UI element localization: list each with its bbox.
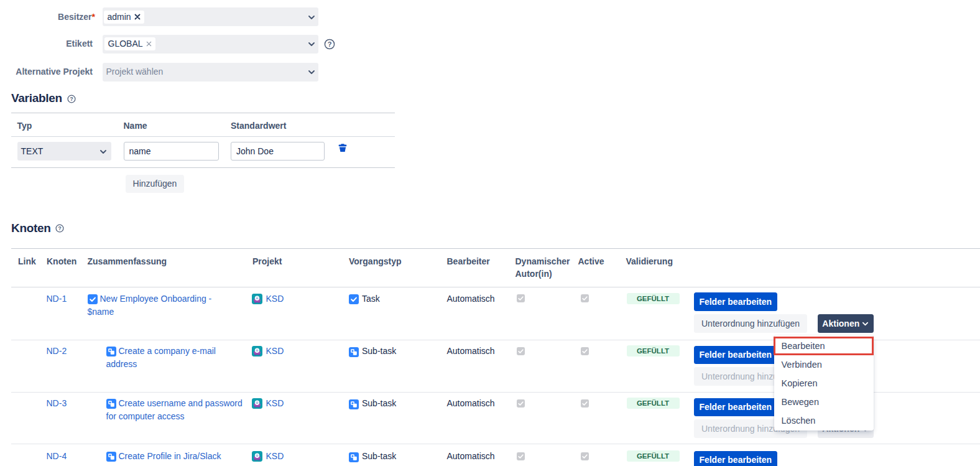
svg-text:?: ? (70, 96, 73, 102)
svg-text:?: ? (58, 225, 61, 231)
svg-text:?: ? (328, 40, 332, 48)
